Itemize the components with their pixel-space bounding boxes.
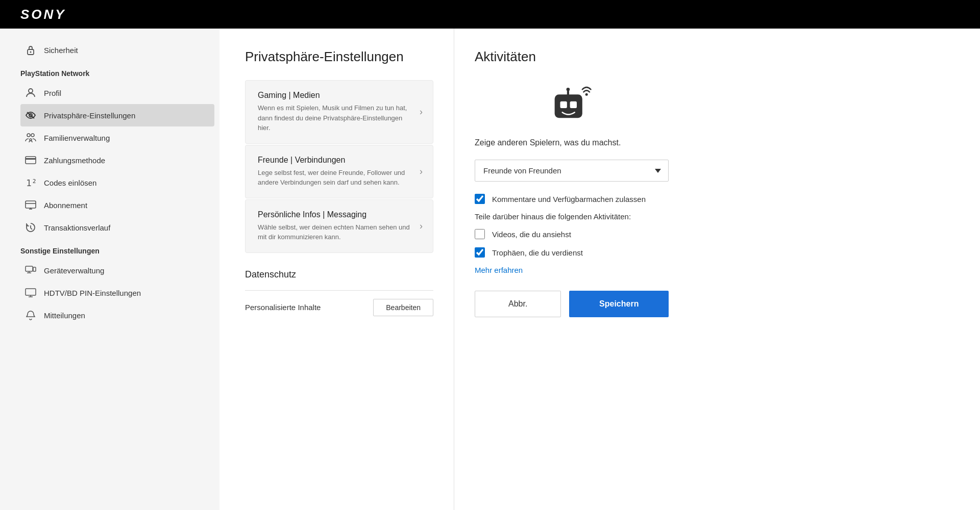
datenschutz-row: Personalisierte Inhalte Bearbeiten (245, 290, 433, 324)
sidebar-item-label: Zahlungsmethode (44, 156, 105, 165)
history-icon (24, 221, 37, 234)
freunde-verbindungen-card[interactable]: Freunde | Verbindungen Lege selbst fest,… (245, 145, 433, 198)
videos-checkbox[interactable] (475, 229, 485, 239)
gaming-medien-title: Gaming | Medien (258, 91, 411, 100)
chevron-right-icon: › (420, 107, 423, 117)
kommentare-label: Kommentare und Verfügbarmachen zulassen (492, 195, 646, 203)
bearbeiten-button[interactable]: Bearbeiten (373, 299, 433, 316)
freunde-verbindungen-desc: Lege selbst fest, wer deine Freunde, Fol… (258, 168, 411, 188)
svg-point-5 (27, 134, 30, 137)
svg-point-15 (585, 93, 588, 96)
freunde-verbindungen-content: Freunde | Verbindungen Lege selbst fest,… (258, 156, 411, 188)
trophäen-label: Trophäen, die du verdienst (492, 248, 583, 257)
content-area: Privatsphäre-Einstellungen Gaming | Medi… (219, 29, 980, 510)
persoenliche-infos-desc: Wähle selbst, wer deinen echten Namen se… (258, 222, 411, 242)
sidebar-item-label: HDTV/BD PIN-Einstellungen (44, 289, 141, 297)
action-buttons: Abbr. Speichern (475, 291, 669, 317)
barcode-icon: 1²₃ (24, 176, 37, 189)
privacy-panel: Privatsphäre-Einstellungen Gaming | Medi… (219, 29, 454, 510)
family-icon (24, 132, 37, 144)
svg-point-2 (29, 89, 33, 93)
sidebar: Sicherheit PlayStation Network Profil (0, 29, 219, 510)
sidebar-item-label: Transaktionsverlauf (44, 223, 110, 232)
speichern-button[interactable]: Speichern (569, 291, 669, 317)
sidebar-item-profil[interactable]: Profil (20, 82, 214, 104)
videos-row: Videos, die du ansiehst (475, 229, 669, 239)
sidebar-item-zahlungsmethode[interactable]: Zahlungsmethode (20, 149, 214, 171)
kommentare-row: Kommentare und Verfügbarmachen zulassen (475, 194, 669, 204)
mehr-erfahren-link[interactable]: Mehr erfahren (475, 266, 669, 274)
svg-text:1²₃: 1²₃ (26, 177, 36, 188)
abbr-button[interactable]: Abbr. (475, 291, 561, 317)
sonstige-section-label: Sonstige Einstellungen (20, 239, 219, 259)
sidebar-item-gerateverwaltung[interactable]: Geräteverwaltung (20, 259, 214, 282)
persoenliche-infos-content: Persönliche Infos | Messaging Wähle selb… (258, 210, 411, 242)
sidebar-item-label: Familienverwaltung (44, 134, 110, 142)
sidebar-item-label: Codes einlösen (44, 178, 96, 187)
activities-title: Aktivitäten (475, 49, 669, 65)
svg-point-20 (567, 88, 570, 91)
sidebar-item-label: Privatsphäre-Einstellungen (44, 111, 135, 120)
sidebar-item-sicherheit[interactable]: Sicherheit (20, 39, 214, 61)
activities-panel: Aktivitäten (454, 29, 689, 510)
datenschutz-label: Personalisierte Inhalte (245, 303, 321, 312)
main-layout: Sicherheit PlayStation Network Profil (0, 29, 980, 510)
bell-icon (24, 309, 37, 321)
psn-section-label: PlayStation Network (20, 61, 219, 82)
person-icon (24, 87, 37, 99)
trophäen-row: Trophäen, die du verdienst (475, 247, 669, 258)
sidebar-item-label: Abonnement (44, 201, 87, 210)
sidebar-item-familienverwaltung[interactable]: Familienverwaltung (20, 126, 214, 149)
activities-subtitle: Zeige anderen Spielern, was du machst. (475, 138, 669, 147)
sidebar-item-mitteilungen[interactable]: Mitteilungen (20, 304, 214, 326)
topbar: SONY (0, 0, 980, 29)
subscription-icon (24, 199, 37, 211)
sidebar-item-hdtv[interactable]: HDTV/BD PIN-Einstellungen (20, 282, 214, 304)
gaming-medien-card[interactable]: Gaming | Medien Wenn es mit Spielen, Mus… (245, 80, 433, 144)
sidebar-item-label: Profil (44, 89, 61, 97)
sidebar-item-privatsphare[interactable]: Privatsphäre-Einstellungen (20, 104, 214, 126)
dropdown-container: Alle Freunde von Freunden Freunde Nieman… (475, 160, 669, 182)
videos-label: Videos, die du ansiehst (492, 230, 571, 239)
sidebar-item-transaktionsverlauf[interactable]: Transaktionsverlauf (20, 216, 214, 239)
gaming-medien-content: Gaming | Medien Wenn es mit Spielen, Mus… (258, 91, 411, 133)
robot-icon (546, 80, 597, 126)
svg-point-1 (30, 52, 32, 53)
svg-rect-18 (570, 101, 577, 108)
sidebar-item-abonnement[interactable]: Abonnement (20, 194, 214, 216)
chevron-right-icon: › (420, 166, 423, 177)
svg-rect-8 (26, 157, 36, 164)
svg-point-6 (31, 134, 34, 137)
card-icon (24, 154, 37, 166)
datenschutz-title: Datenschutz (245, 269, 433, 280)
gaming-medien-desc: Wenn es mit Spielen, Musik und Filmen zu… (258, 103, 411, 133)
datenschutz-section: Datenschutz Personalisierte Inhalte Bear… (245, 269, 433, 324)
device-icon (24, 264, 37, 276)
kommentare-checkbox[interactable] (475, 194, 485, 204)
svg-rect-12 (26, 266, 33, 271)
chevron-right-icon: › (420, 221, 423, 232)
robot-icon-container (475, 80, 669, 126)
lock-icon (24, 44, 37, 56)
sidebar-item-codes[interactable]: 1²₃ Codes einlösen (20, 171, 214, 194)
sidebar-item-label: Geräteverwaltung (44, 266, 104, 275)
freunde-verbindungen-title: Freunde | Verbindungen (258, 156, 411, 165)
svg-rect-14 (26, 289, 36, 295)
eye-slash-icon (24, 109, 37, 121)
sony-logo: SONY (20, 7, 66, 22)
share-label: Teile darüber hinaus die folgenden Aktiv… (475, 212, 669, 221)
trophäen-checkbox[interactable] (475, 247, 485, 258)
svg-rect-9 (26, 158, 36, 160)
svg-rect-17 (560, 101, 567, 108)
aktivitaten-dropdown[interactable]: Alle Freunde von Freunden Freunde Nieman… (475, 160, 669, 182)
persoenliche-infos-card[interactable]: Persönliche Infos | Messaging Wähle selb… (245, 199, 433, 253)
tv-icon (24, 287, 37, 299)
sidebar-item-label: Sicherheit (44, 46, 78, 55)
sidebar-item-label: Mitteilungen (44, 311, 85, 320)
svg-rect-13 (33, 267, 36, 271)
svg-rect-11 (26, 201, 36, 208)
privacy-title: Privatsphäre-Einstellungen (245, 49, 433, 65)
persoenliche-infos-title: Persönliche Infos | Messaging (258, 210, 411, 219)
